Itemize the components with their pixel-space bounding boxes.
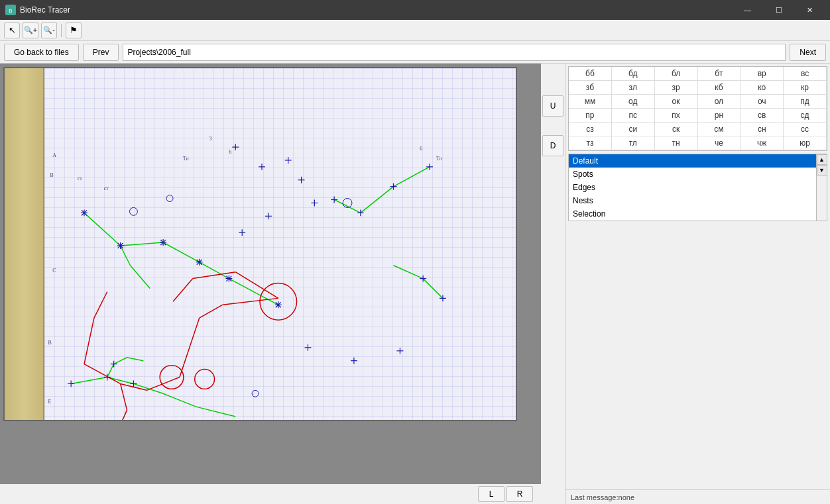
- svg-text:А: А: [52, 152, 56, 158]
- layer-list-item-nests[interactable]: Nests: [569, 194, 816, 207]
- handwriting-text: А В С В Е гт ст Тп 3 6 6 Тп: [48, 136, 442, 405]
- next-button[interactable]: Next: [790, 44, 826, 61]
- svg-line-9: [71, 377, 107, 383]
- label-cell[interactable]: вр: [741, 67, 784, 81]
- red-circles: [160, 283, 296, 389]
- label-cell[interactable]: од: [612, 95, 655, 109]
- toolbar-divider: [61, 24, 62, 37]
- label-cell[interactable]: св: [741, 109, 784, 123]
- notebook-canvas: А В С В Е гт ст Тп 3 6 6 Тп: [3, 67, 517, 421]
- label-cell[interactable]: бд: [612, 67, 655, 81]
- label-cell[interactable]: тл: [612, 136, 655, 150]
- label-cell[interactable]: си: [612, 123, 655, 136]
- open-circles: [129, 195, 351, 397]
- label-cell[interactable]: зб: [569, 81, 612, 95]
- up-button[interactable]: U: [542, 95, 563, 117]
- label-cell[interactable]: тн: [655, 136, 698, 150]
- flag-button[interactable]: ⚑: [66, 23, 82, 38]
- labels-grid: бббдблбтврвсзбзлзркбкокрммодоколочпдпрпс…: [568, 66, 827, 151]
- label-cell[interactable]: вс: [784, 67, 827, 81]
- zoom-in-button[interactable]: 🔍+: [23, 23, 38, 38]
- svg-line-12: [163, 393, 196, 407]
- label-cell[interactable]: мм: [569, 95, 612, 109]
- label-cell[interactable]: рн: [698, 109, 741, 123]
- layer-list-item-selection[interactable]: Selection: [569, 207, 816, 221]
- svg-line-14: [107, 364, 114, 378]
- label-cell[interactable]: бт: [698, 67, 741, 81]
- cursor-icon: ↖: [9, 25, 16, 35]
- right-button[interactable]: R: [506, 486, 533, 502]
- svg-line-37: [94, 291, 107, 318]
- scroll-up-arrow[interactable]: ▲: [817, 154, 827, 165]
- svg-text:6: 6: [420, 146, 422, 152]
- svg-line-7: [121, 246, 131, 266]
- prev-button[interactable]: Prev: [83, 44, 119, 61]
- svg-line-3: [121, 242, 164, 246]
- label-cell[interactable]: сз: [569, 123, 612, 136]
- label-cell[interactable]: пх: [655, 109, 698, 123]
- window-title: BioRec Tracer: [20, 5, 733, 15]
- svg-line-26: [114, 410, 127, 420]
- left-button[interactable]: L: [478, 486, 504, 502]
- close-button[interactable]: ✕: [795, 3, 825, 17]
- list-scrollbar[interactable]: ▲▼: [816, 154, 827, 221]
- go-back-button[interactable]: Go back to files: [4, 44, 79, 61]
- label-cell[interactable]: ок: [655, 95, 698, 109]
- ud-column: U D: [541, 64, 565, 504]
- blue-spots: [68, 144, 446, 420]
- svg-line-8: [130, 266, 150, 289]
- label-cell[interactable]: зл: [612, 81, 655, 95]
- label-cell[interactable]: см: [698, 123, 741, 136]
- label-cell[interactable]: че: [698, 136, 741, 150]
- label-cell[interactable]: ск: [655, 123, 698, 136]
- label-cell[interactable]: зр: [655, 81, 698, 95]
- svg-line-36: [84, 318, 94, 364]
- label-cell[interactable]: оч: [741, 95, 784, 109]
- svg-line-21: [423, 279, 443, 299]
- zoom-out-button[interactable]: 🔍-: [41, 23, 57, 38]
- svg-line-17: [334, 200, 361, 213]
- status-message: Last message:none: [571, 493, 634, 501]
- label-cell[interactable]: юр: [784, 136, 827, 150]
- scroll-down-arrow[interactable]: ▼: [817, 165, 827, 176]
- label-cell[interactable]: ол: [698, 95, 741, 109]
- svg-line-19: [393, 167, 430, 187]
- lr-buttons: L R: [478, 486, 533, 502]
- maximize-button[interactable]: ☐: [764, 3, 794, 17]
- app-icon: B: [5, 5, 16, 15]
- svg-line-31: [200, 305, 223, 318]
- label-cell[interactable]: ко: [741, 81, 784, 95]
- layer-list-item-default[interactable]: Default: [569, 154, 816, 168]
- label-cell[interactable]: бл: [655, 67, 698, 81]
- label-cell[interactable]: кр: [784, 81, 827, 95]
- svg-point-115: [129, 207, 137, 215]
- label-cell[interactable]: сн: [741, 123, 784, 136]
- label-cell[interactable]: пд: [784, 95, 827, 109]
- label-cell[interactable]: бб: [569, 67, 612, 81]
- layer-list-item-spots[interactable]: Spots: [569, 168, 816, 181]
- svg-text:Тп: Тп: [183, 156, 190, 162]
- label-cell[interactable]: сс: [784, 123, 827, 136]
- svg-text:3: 3: [209, 136, 212, 142]
- title-bar: B BioRec Tracer — ☐ ✕: [0, 0, 830, 20]
- nav-bar: Go back to files Prev Projects\2006_full…: [0, 41, 830, 64]
- path-display: Projects\2006_full: [123, 44, 786, 61]
- svg-line-16: [127, 358, 144, 361]
- svg-text:В: В: [48, 340, 51, 346]
- svg-text:B: B: [9, 8, 12, 14]
- toolbar: ↖ 🔍+ 🔍- ⚑: [0, 20, 830, 41]
- down-button[interactable]: D: [542, 135, 563, 156]
- label-cell[interactable]: пр: [569, 109, 612, 123]
- flag-icon: ⚑: [70, 25, 78, 35]
- image-container[interactable]: А В С В Е гт ст Тп 3 6 6 Тп: [0, 64, 541, 484]
- label-cell[interactable]: сд: [784, 109, 827, 123]
- cursor-tool-button[interactable]: ↖: [4, 23, 20, 38]
- label-cell[interactable]: кб: [698, 81, 741, 95]
- minimize-button[interactable]: —: [733, 3, 762, 17]
- layer-list-item-edges[interactable]: Edges: [569, 181, 816, 194]
- label-cell[interactable]: пс: [612, 109, 655, 123]
- label-cell[interactable]: чж: [741, 136, 784, 150]
- svg-text:ст: ст: [104, 185, 109, 191]
- zoom-out-icon: 🔍-: [43, 26, 55, 34]
- label-cell[interactable]: тз: [569, 136, 612, 150]
